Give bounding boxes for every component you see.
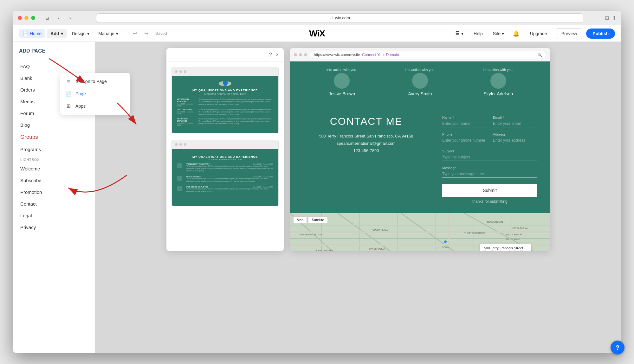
upgrade-button[interactable]: Upgrade <box>525 29 552 39</box>
add-tab-icon[interactable]: ⊞ <box>605 15 609 21</box>
satellite-button[interactable]: Satellite <box>308 216 327 223</box>
manage-label: Manage <box>98 31 114 36</box>
template-card-2[interactable]: MY QUALIFICATIONS AND EXPERIENCE A Trust… <box>171 140 279 206</box>
browser-dot-3 <box>304 53 307 56</box>
site-team-section: into action with you. Jessie Brown into … <box>290 61 550 106</box>
submit-btn-wrapper: Submit <box>442 184 537 197</box>
panel-item-blog[interactable]: Blog <box>13 119 95 131</box>
template-title-1: MY QUALIFICATIONS AND EXPERIENCE <box>192 89 258 92</box>
browser-url: https://www.wix.com/mysite <box>314 53 360 57</box>
bell-icon: 🔔 <box>513 30 520 37</box>
sidebar-icon[interactable]: ⊟ <box>43 14 52 22</box>
form-row-name-email: Name * Email * <box>442 116 537 127</box>
address-text: wix.com <box>335 16 350 20</box>
svg-text:HAYES VALLEY: HAYES VALLEY <box>369 248 385 250</box>
message-input[interactable] <box>442 170 537 178</box>
panel-item-promotion[interactable]: Promotion <box>13 186 95 198</box>
dropdown-page[interactable]: 📄 Page <box>60 87 130 100</box>
maximize-button[interactable] <box>31 16 35 20</box>
site-label: Site <box>493 31 501 36</box>
team-tagline-1: into action with you. <box>327 68 357 72</box>
address-input[interactable] <box>493 137 537 144</box>
preview-button[interactable]: Preview <box>556 28 583 39</box>
undo-redo-group: ↩ ↪ <box>130 29 152 39</box>
minimize-button[interactable] <box>24 16 29 20</box>
browser-nav: ⊟ ‹ › <box>43 14 74 22</box>
form-field-email: Email * <box>493 116 537 127</box>
team-member-3: into action with you. Skyler Adelson <box>483 68 514 96</box>
site-button[interactable]: Site ▾ <box>490 29 507 38</box>
svg-text:TENDERLOIN: TENDERLOIN <box>487 220 503 223</box>
template-preview-2: MY QUALIFICATIONS AND EXPERIENCE A Trust… <box>172 149 278 206</box>
email-input[interactable] <box>493 120 537 127</box>
forward-button[interactable]: › <box>66 14 74 22</box>
panel-close-icon[interactable]: × <box>276 52 279 58</box>
browser-content: into action with you. Jessie Brown into … <box>290 61 550 251</box>
template-subtitle-1: A Trusted Source for Animal Care <box>204 93 246 96</box>
topbar-divider <box>126 30 126 37</box>
close-button[interactable] <box>18 16 22 20</box>
notifications-button[interactable]: 🔔 <box>511 29 521 39</box>
mac-window: ⊟ ‹ › 🛡 wix.com ⊞ ⬆ 📄 Home Add ▾ Design <box>13 11 621 353</box>
publish-button[interactable]: Publish <box>586 29 615 39</box>
panel-item-legal[interactable]: Legal <box>13 210 95 221</box>
submit-button[interactable]: Submit <box>442 184 537 197</box>
add-dropdown-menu: ≡ Section to Page 📄 Page ⊞ Apps <box>60 73 130 115</box>
contact-title: CONTACT ME <box>303 116 430 127</box>
team-member-2: into action with you. Avery Smith <box>405 68 436 96</box>
home-label: Home <box>30 31 42 36</box>
panel-help-icon[interactable]: ? <box>269 52 272 58</box>
map-popup-address: 500 Terry Francois Street San Francisco,… <box>484 246 524 251</box>
connect-domain-cta[interactable]: Connect Your Domain <box>362 53 399 57</box>
home-icon: 📄 <box>23 31 28 36</box>
team-member-name-3: Skyler Adelson <box>483 91 514 96</box>
svg-text:SOUTH BEACH: SOUTH BEACH <box>506 233 522 236</box>
template-preview-1: 👤 MY QUALIFICATIONS AND EXPERIENCE A Tru… <box>172 76 278 133</box>
editor-main: ≡ Section to Page 📄 Page ⊞ Apps ADD PAGE… <box>13 42 621 353</box>
manage-button[interactable]: Manage ▾ <box>94 29 122 38</box>
help-button-float[interactable]: ? <box>611 341 621 353</box>
add-button[interactable]: Add ▾ <box>47 29 67 38</box>
template-card-1[interactable]: 👤 MY QUALIFICATIONS AND EXPERIENCE A Tru… <box>171 67 279 133</box>
dropdown-apps[interactable]: ⊞ Apps <box>60 100 130 112</box>
map-section: TENDERLOIN YERBA BUENA SOUTH BEACH WESTE… <box>290 213 550 251</box>
email-label: Email * <box>493 116 537 119</box>
team-members: into action with you. Jessie Brown into … <box>303 68 537 96</box>
section-icon: ≡ <box>65 79 72 84</box>
back-button[interactable]: ‹ <box>54 14 63 22</box>
svg-text:OPERA PLAZA: OPERA PLAZA <box>372 229 388 231</box>
device-preview-button[interactable]: 🖥 ▾ <box>451 28 467 39</box>
browser-dot-1 <box>294 53 297 56</box>
panel-item-contact[interactable]: Contact <box>13 198 95 210</box>
design-button[interactable]: Design ▾ <box>68 29 94 38</box>
dropdown-section-to-page[interactable]: ≡ Section to Page <box>60 75 130 87</box>
undo-button[interactable]: ↩ <box>130 29 140 39</box>
phone-input[interactable] <box>442 137 487 144</box>
subject-input[interactable] <box>442 154 537 161</box>
contact-section: CONTACT ME 500 Terry Francois Street San… <box>290 106 550 213</box>
panel-item-welcome[interactable]: Welcome <box>13 163 95 175</box>
home-button[interactable]: 📄 Home <box>19 29 45 38</box>
browser-search-icon: 🔍 <box>537 53 542 57</box>
orders-label: Orders <box>20 87 35 93</box>
map-button[interactable]: Map <box>293 216 307 223</box>
address-bar[interactable]: 🛡 wix.com <box>96 13 583 23</box>
browser-address-bar[interactable]: https://www.wix.com/mysite Connect Your … <box>310 51 546 59</box>
dropdown-section-label: Section to Page <box>75 79 107 84</box>
share-icon[interactable]: ⬆ <box>612 15 616 21</box>
menus-label: Menus <box>20 99 35 104</box>
panel-header: ADD PAGE <box>13 42 95 58</box>
help-button[interactable]: Help <box>470 29 486 38</box>
redo-button[interactable]: ↪ <box>141 29 152 39</box>
panel-item-privacy[interactable]: Privacy <box>13 221 95 233</box>
form-field-phone: Phone <box>442 132 487 144</box>
thanks-text: Thanks for submitting! <box>442 199 537 204</box>
panel-item-faq[interactable]: FAQ <box>13 61 95 72</box>
team-member-name-2: Avery Smith <box>405 91 436 96</box>
dropdown-apps-label: Apps <box>75 104 86 109</box>
panel-item-programs[interactable]: Programs <box>13 144 95 155</box>
panel-item-groups[interactable]: Groups <box>13 131 95 144</box>
panel-item-subscribe[interactable]: Subscribe <box>13 175 95 186</box>
name-input[interactable] <box>442 120 487 127</box>
manage-chevron-icon: ▾ <box>116 31 118 36</box>
